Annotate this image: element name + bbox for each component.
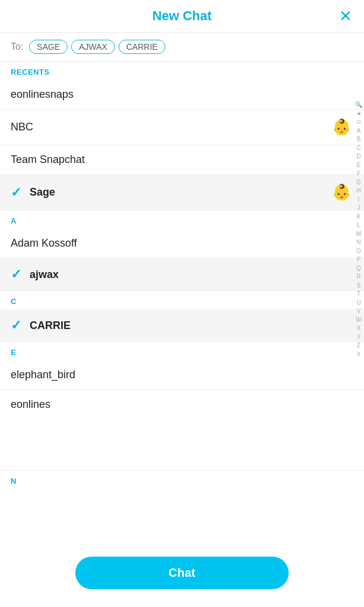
index-q[interactable]: Q (356, 264, 361, 273)
section-e: E (0, 342, 364, 360)
checkmark-icon: ✓ (11, 267, 21, 282)
checkmark-icon: ✓ (11, 185, 21, 200)
index-i[interactable]: I (358, 196, 360, 205)
checkmark-icon: ✓ (11, 318, 21, 333)
list-item-selected[interactable]: ✓ CARRIE (0, 309, 364, 342)
contact-name: Team Snapchat (11, 154, 353, 166)
index-s[interactable]: S (357, 282, 361, 290)
section-a: A (0, 210, 364, 229)
contact-name: ajwax (30, 269, 353, 281)
index-w[interactable]: W (356, 316, 361, 325)
list-item[interactable]: eonlines (0, 390, 364, 471)
index-hash[interactable]: # (357, 350, 360, 359)
contact-name: elephant_bird (11, 369, 353, 381)
index-l[interactable]: L (357, 221, 360, 230)
header: New Chat ✕ (0, 0, 364, 33)
section-c: C (0, 291, 364, 309)
index-x[interactable]: X (357, 324, 361, 333)
list-item-selected[interactable]: ✓ Sage 👶 (0, 175, 364, 210)
index-d[interactable]: D (356, 152, 360, 161)
contact-name: eonlinesnaps (11, 88, 353, 101)
contact-name: Sage (30, 186, 332, 199)
chat-button[interactable]: Chat (75, 557, 289, 589)
chat-button-container: Chat (75, 557, 289, 589)
close-button[interactable]: ✕ (339, 8, 352, 24)
index-r[interactable]: R (356, 273, 360, 282)
index-k[interactable]: K (357, 213, 361, 222)
index-o[interactable]: O (356, 247, 361, 256)
to-row: To: SAGE AJWAX CARRIE (0, 33, 364, 62)
to-label: To: (11, 41, 23, 52)
list-item[interactable]: Adam Kossoff (0, 229, 364, 258)
index-y[interactable]: Y (357, 333, 361, 342)
index-m[interactable]: M (356, 230, 361, 239)
recipient-tag-sage[interactable]: SAGE (29, 40, 68, 54)
index-t[interactable]: T (357, 290, 360, 299)
index-v[interactable]: V (357, 307, 361, 316)
list-item[interactable]: NBC 👶 (0, 110, 364, 145)
contact-name: CARRIE (30, 320, 353, 332)
index-g[interactable]: G (356, 178, 361, 187)
index-p[interactable]: P (357, 255, 361, 264)
index-u[interactable]: U (356, 299, 360, 308)
list-item[interactable]: Team Snapchat (0, 145, 364, 175)
list-item-selected[interactable]: ✓ ajwax (0, 258, 364, 291)
contact-emoji: 👶 (332, 118, 351, 136)
recipient-tag-ajwax[interactable]: AJWAX (71, 40, 115, 54)
index-n[interactable]: N (356, 238, 360, 247)
section-recents: RECENTS (0, 62, 364, 80)
index-recent[interactable]: ⊙ (356, 118, 361, 127)
index-c[interactable]: C (356, 144, 360, 153)
index-star[interactable]: ★ (356, 110, 362, 119)
index-e[interactable]: E (357, 161, 361, 170)
list-item[interactable]: elephant_bird (0, 360, 364, 390)
index-a[interactable]: A (357, 127, 361, 136)
index-f[interactable]: F (357, 170, 360, 178)
recipient-tag-carrie[interactable]: CARRIE (119, 40, 165, 54)
contact-name: eonlines (11, 398, 353, 411)
list-item[interactable]: eonlinesnaps (0, 80, 364, 110)
page-title: New Chat (152, 8, 212, 24)
contact-emoji: 👶 (332, 183, 351, 202)
index-bar: 🔍 ★ ⊙ A B C D E F G H I J K L M N O P Q … (353, 101, 364, 359)
contact-name: Adam Kossoff (11, 237, 353, 250)
contact-name: NBC (11, 121, 332, 133)
index-search[interactable]: 🔍 (355, 101, 362, 110)
index-z[interactable]: Z (357, 341, 360, 350)
section-n: N (0, 471, 364, 489)
index-b[interactable]: B (357, 135, 361, 144)
index-h[interactable]: H (356, 187, 360, 196)
index-j[interactable]: J (357, 204, 360, 213)
